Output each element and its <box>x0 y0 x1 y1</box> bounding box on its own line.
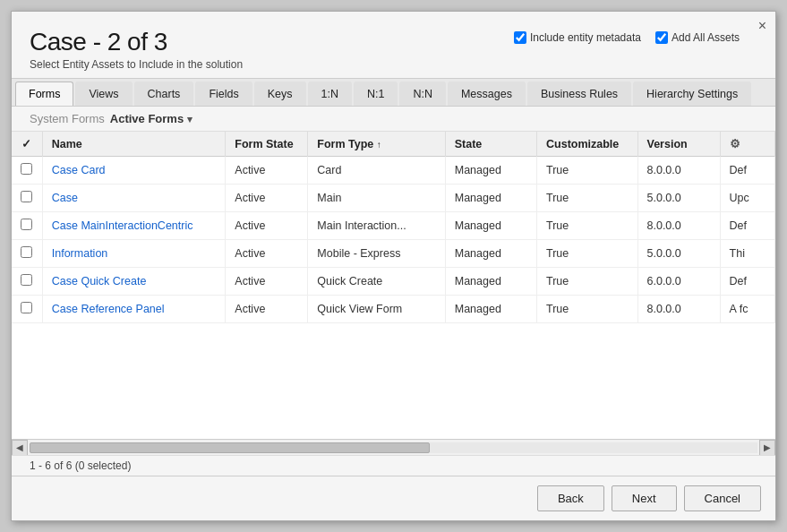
tab-n1[interactable]: N:1 <box>354 82 398 106</box>
row-checkbox-1[interactable] <box>21 191 32 202</box>
horizontal-scrollbar[interactable]: ◀ ▶ <box>12 439 775 455</box>
col-header-form-type[interactable]: Form Type ↑ <box>308 132 445 157</box>
row-name-cell[interactable]: Case <box>42 184 226 212</box>
row-checkbox-5[interactable] <box>21 302 32 313</box>
tab-views[interactable]: Views <box>75 82 132 106</box>
tab-keys[interactable]: Keys <box>254 82 306 106</box>
row-version-cell: 5.0.0.0 <box>637 240 720 268</box>
forms-table: ✓ Name Form State Form Type ↑ State Cust… <box>12 132 775 323</box>
table-row[interactable]: Case MainInteractionCentric Active Main … <box>12 212 775 240</box>
dialog-header: Case - 2 of 3 Select Entity Assets to In… <box>12 12 775 78</box>
row-name-cell[interactable]: Information <box>42 240 226 268</box>
col-header-extra[interactable]: ⚙ <box>720 132 774 157</box>
col-header-state[interactable]: State <box>445 132 536 157</box>
subheader: System Forms Active Forms ▾ <box>12 107 775 131</box>
row-form-state-cell: Active <box>226 157 308 184</box>
close-button[interactable]: × <box>758 19 766 33</box>
row-name-link[interactable]: Case <box>52 192 78 204</box>
table-row[interactable]: Case Card Active Card Managed True 8.0.0… <box>12 157 775 184</box>
row-version-cell: 8.0.0.0 <box>637 296 720 323</box>
row-state-cell: Managed <box>445 212 536 240</box>
row-extra-cell: Def <box>720 268 774 296</box>
row-state-cell: Managed <box>445 184 536 212</box>
settings-col-icon: ⚙ <box>730 137 740 150</box>
tab-business-rules[interactable]: Business Rules <box>527 82 631 106</box>
row-form-type-cell: Quick View Form <box>308 296 445 323</box>
row-customizable-cell: True <box>537 268 638 296</box>
row-customizable-cell: True <box>537 296 638 323</box>
row-extra-cell: Upc <box>720 184 774 212</box>
table-row[interactable]: Case Reference Panel Active Quick View F… <box>12 296 775 323</box>
row-version-cell: 8.0.0.0 <box>637 212 720 240</box>
next-button[interactable]: Next <box>612 485 677 511</box>
row-checkbox-cell[interactable] <box>12 157 42 184</box>
row-form-type-cell: Main Interaction... <box>308 212 445 240</box>
row-checkbox-cell[interactable] <box>12 296 42 323</box>
tab-hierarchy-settings[interactable]: Hierarchy Settings <box>633 82 751 106</box>
scroll-track[interactable] <box>30 442 757 453</box>
col-header-form-state[interactable]: Form State <box>226 132 308 157</box>
row-extra-cell: A fc <box>720 296 774 323</box>
row-checkbox-cell[interactable] <box>12 212 42 240</box>
row-form-type-cell: Mobile - Express <box>308 240 445 268</box>
row-customizable-cell: True <box>537 157 638 184</box>
tab-fields[interactable]: Fields <box>195 82 252 106</box>
col-header-version[interactable]: Version <box>637 132 720 157</box>
row-state-cell: Managed <box>445 268 536 296</box>
row-checkbox-cell[interactable] <box>12 184 42 212</box>
tab-1n[interactable]: 1:N <box>308 82 352 106</box>
row-checkbox-3[interactable] <box>21 246 32 258</box>
footer: Back Next Cancel <box>12 476 775 520</box>
tab-messages[interactable]: Messages <box>448 82 526 106</box>
row-name-cell[interactable]: Case MainInteractionCentric <box>42 212 226 240</box>
row-checkbox-cell[interactable] <box>12 240 42 268</box>
back-button[interactable]: Back <box>537 485 604 511</box>
row-state-cell: Managed <box>445 240 536 268</box>
table-row[interactable]: Case Active Main Managed True 5.0.0.0 Up… <box>12 184 775 212</box>
add-all-assets-text: Add All Assets <box>672 31 740 44</box>
col-header-name[interactable]: Name <box>42 132 226 157</box>
row-customizable-cell: True <box>537 240 638 268</box>
row-customizable-cell: True <box>537 212 638 240</box>
table-row[interactable]: Information Active Mobile - Express Mana… <box>12 240 775 268</box>
tab-nn[interactable]: N:N <box>399 82 446 106</box>
main-dialog: × Case - 2 of 3 Select Entity Assets to … <box>11 11 776 521</box>
row-customizable-cell: True <box>537 184 638 212</box>
col-header-customizable[interactable]: Customizable <box>537 132 638 157</box>
row-name-cell[interactable]: Case Reference Panel <box>42 296 226 323</box>
active-forms-label[interactable]: Active Forms ▾ <box>110 112 192 125</box>
row-checkbox-4[interactable] <box>21 274 32 286</box>
table-row[interactable]: Case Quick Create Active Quick Create Ma… <box>12 268 775 296</box>
sort-icon-form-type: ↑ <box>377 140 381 150</box>
row-name-link[interactable]: Case Card <box>52 164 106 176</box>
row-name-cell[interactable]: Case Card <box>42 157 226 184</box>
dialog-subtitle: Select Entity Assets to Include in the s… <box>30 58 757 71</box>
scroll-left-button[interactable]: ◀ <box>12 440 28 456</box>
include-entity-metadata-label[interactable]: Include entity metadata <box>514 31 641 44</box>
tabs-bar: Forms Views Charts Fields Keys 1:N N:1 N… <box>12 78 775 107</box>
row-checkbox-2[interactable] <box>21 219 32 230</box>
add-all-assets-label[interactable]: Add All Assets <box>655 31 740 44</box>
include-entity-metadata-text: Include entity metadata <box>530 31 641 44</box>
row-checkbox-cell[interactable] <box>12 268 42 296</box>
cancel-button[interactable]: Cancel <box>684 485 761 511</box>
row-form-state-cell: Active <box>226 268 308 296</box>
row-name-link[interactable]: Case Quick Create <box>52 275 147 287</box>
add-all-assets-checkbox[interactable] <box>655 31 668 44</box>
row-form-state-cell: Active <box>226 212 308 240</box>
row-name-cell[interactable]: Case Quick Create <box>42 268 226 296</box>
tab-forms[interactable]: Forms <box>15 82 73 106</box>
row-checkbox-0[interactable] <box>21 163 32 175</box>
row-version-cell: 8.0.0.0 <box>637 157 720 184</box>
scroll-right-button[interactable]: ▶ <box>759 440 775 456</box>
scroll-thumb[interactable] <box>30 442 430 453</box>
row-name-link[interactable]: Case MainInteractionCentric <box>52 219 193 232</box>
row-form-state-cell: Active <box>226 240 308 268</box>
row-name-link[interactable]: Information <box>52 247 108 260</box>
include-entity-metadata-checkbox[interactable] <box>514 31 526 44</box>
row-version-cell: 5.0.0.0 <box>637 184 720 212</box>
col-header-check[interactable]: ✓ <box>12 132 42 157</box>
row-name-link[interactable]: Case Reference Panel <box>52 303 165 315</box>
row-state-cell: Managed <box>445 157 536 184</box>
tab-charts[interactable]: Charts <box>134 82 194 106</box>
